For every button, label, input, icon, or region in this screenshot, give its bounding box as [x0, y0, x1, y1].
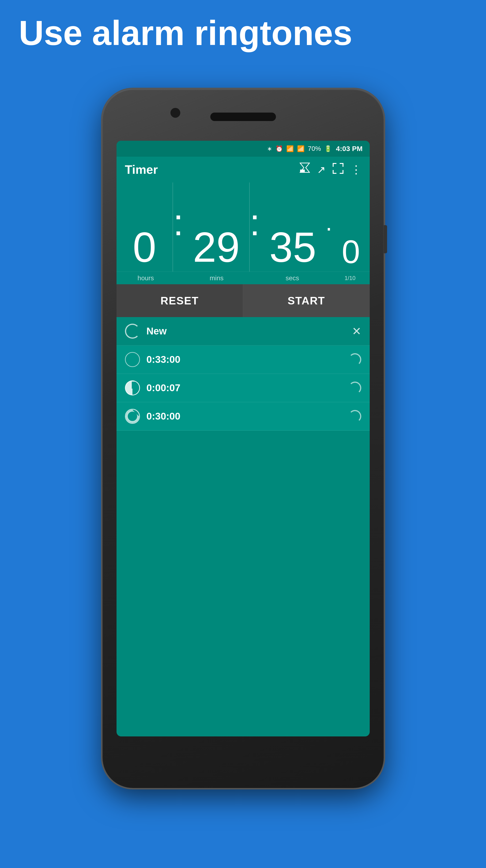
- status-time: 4:03 PM: [336, 145, 362, 153]
- more-vert-icon[interactable]: ⋮: [351, 163, 361, 176]
- timer-list-item-2[interactable]: 0:30:00: [117, 402, 370, 431]
- app-toolbar: Timer ↗ ⋮: [117, 157, 370, 183]
- control-buttons: RESET START: [117, 284, 370, 317]
- dot-sep: .: [326, 183, 332, 272]
- timer-secs-segment[interactable]: 35: [260, 183, 326, 272]
- timer-list-item-1[interactable]: 0:00:07: [117, 374, 370, 402]
- label-mins: mins: [183, 272, 251, 284]
- timer-hours-value: 0: [133, 226, 156, 268]
- timer-refresh-icon-1[interactable]: [349, 381, 361, 394]
- timer-mins-value: 29: [193, 226, 240, 268]
- bluetooth-icon: ∗: [267, 145, 272, 152]
- timer-mins-segment[interactable]: 29: [184, 183, 250, 272]
- timer-item-label-2: 0:30:00: [147, 411, 342, 422]
- timer-item-label-0: 0:33:00: [147, 354, 342, 365]
- alarm-icon: ⏰: [276, 145, 283, 152]
- signal-icon: 📶: [297, 145, 304, 152]
- timer-tenth-value: 0: [342, 236, 360, 268]
- timer-item-label-new: New: [147, 326, 345, 337]
- app-title: Timer: [125, 162, 293, 177]
- phone-speaker: [210, 113, 276, 121]
- battery-text: 70%: [308, 145, 321, 152]
- timer-refresh-icon-2[interactable]: [349, 410, 361, 423]
- timer-refresh-icon-0[interactable]: [349, 353, 361, 366]
- timer-list: New ✕ 0:33:00 0:00:07: [117, 317, 370, 431]
- phone-side-button: [384, 225, 387, 253]
- colon-2: :: [250, 183, 260, 272]
- label-hours: hours: [117, 272, 175, 284]
- phone-wrapper: ∗ ⏰ 📶 📶 70% 🔋 4:03 PM Timer: [102, 89, 384, 788]
- svg-rect-0: [300, 169, 305, 173]
- timer-item-label-1: 0:00:07: [147, 382, 342, 394]
- timer-empty-circle-icon: [125, 352, 140, 367]
- colon-1: :: [173, 183, 183, 272]
- label-tenth: 1/10: [330, 272, 370, 284]
- hourglass-icon[interactable]: [300, 162, 310, 177]
- reset-button[interactable]: RESET: [117, 284, 244, 317]
- timer-display-row: 0 : 29 : 35 . 0: [117, 183, 370, 272]
- timer-secs-value: 35: [269, 226, 316, 268]
- page-headline: Use alarm ringtones: [19, 14, 467, 52]
- timer-hours-segment[interactable]: 0: [117, 183, 173, 272]
- fullscreen-icon[interactable]: [333, 163, 344, 176]
- timer-labels-row: hours mins secs 1/10: [117, 272, 370, 284]
- label-secs: secs: [258, 272, 327, 284]
- status-bar: ∗ ⏰ 📶 📶 70% 🔋 4:03 PM: [117, 141, 370, 157]
- timer-mostly-full-icon: [125, 409, 140, 424]
- phone-screen: ∗ ⏰ 📶 📶 70% 🔋 4:03 PM Timer: [117, 141, 370, 737]
- timer-item-close-new[interactable]: ✕: [352, 324, 361, 338]
- battery-icon: 🔋: [324, 145, 332, 152]
- timer-tenth-segment[interactable]: 0: [332, 183, 370, 272]
- wifi-icon: 📶: [286, 145, 294, 152]
- start-button[interactable]: START: [243, 284, 370, 317]
- timer-loading-icon: [125, 324, 140, 339]
- timer-list-item-0[interactable]: 0:33:00: [117, 345, 370, 374]
- timer-partial-clock-icon: [125, 380, 140, 396]
- share-icon[interactable]: ↗: [317, 164, 326, 176]
- phone-camera: [170, 108, 180, 118]
- timer-list-item-new[interactable]: New ✕: [117, 317, 370, 345]
